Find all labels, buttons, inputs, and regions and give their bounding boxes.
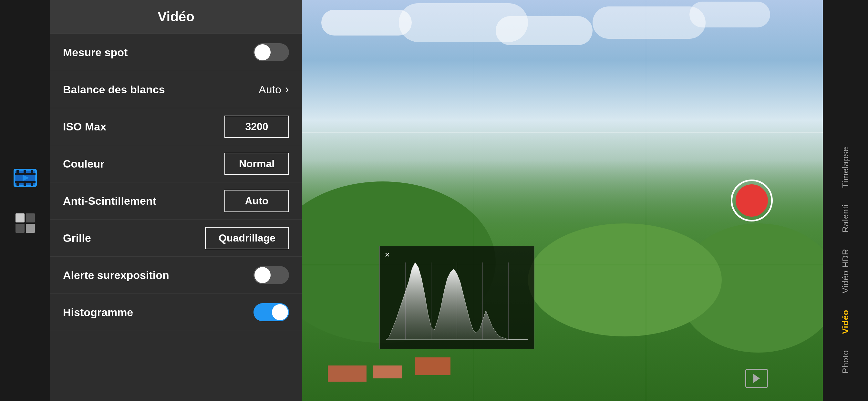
- balance-blancs-row: Balance des blancs Auto ›: [50, 71, 302, 108]
- iso-max-button[interactable]: 3200: [224, 116, 289, 138]
- svg-rect-1: [15, 174, 35, 175]
- svg-marker-15: [386, 263, 528, 339]
- grille-label: Grille: [63, 232, 91, 244]
- mode-item-photo[interactable]: Photo: [841, 342, 850, 382]
- balance-blancs-value[interactable]: Auto ›: [259, 83, 289, 96]
- mesure-spot-label: Mesure spot: [63, 46, 128, 59]
- histogramme-value: [253, 303, 289, 321]
- anti-scintillement-button[interactable]: Auto: [224, 190, 289, 212]
- right-mode-bar: Timelapse Ralenti Vidéo HDR Vidéo Photo: [823, 0, 868, 401]
- anti-scintillement-label: Anti-Scintillement: [63, 195, 156, 207]
- anti-scintillement-row: Anti-Scintillement Auto: [50, 182, 302, 220]
- mesure-spot-toggle[interactable]: [253, 43, 289, 61]
- histogram-chart: [380, 246, 534, 349]
- svg-rect-3: [17, 170, 19, 174]
- svg-rect-8: [31, 182, 33, 186]
- rooftop-3: [415, 358, 451, 375]
- cloud-3: [496, 16, 593, 45]
- mode-list: Timelapse Ralenti Vidéo HDR Vidéo Photo: [841, 10, 850, 391]
- svg-rect-6: [17, 182, 19, 186]
- balance-blancs-label: Balance des blancs: [63, 83, 165, 96]
- alerte-surexposition-row: Alerte surexposition: [50, 257, 302, 294]
- mode-item-timelapse[interactable]: Timelapse: [841, 138, 850, 196]
- alerte-surexposition-value: [253, 266, 289, 284]
- cloud-4: [593, 6, 706, 39]
- couleur-button[interactable]: Normal: [224, 153, 289, 175]
- mesure-spot-toggle-knob: [254, 44, 271, 60]
- mesure-spot-row: Mesure spot: [50, 34, 302, 71]
- mode-item-video-hdr[interactable]: Vidéo HDR: [841, 241, 850, 302]
- cloud-1: [321, 10, 412, 35]
- cloud-5: [689, 2, 770, 27]
- mesure-spot-value: [253, 43, 289, 61]
- record-button[interactable]: [731, 180, 773, 221]
- grille-row: Grille Quadrillage: [50, 220, 302, 257]
- couleur-row: Couleur Normal: [50, 145, 302, 182]
- camera-view: ×: [302, 0, 823, 401]
- play-icon: [753, 374, 760, 383]
- grid-icon: [16, 213, 35, 233]
- svg-rect-4: [24, 170, 26, 174]
- histogramme-row: Histogramme: [50, 294, 302, 331]
- svg-rect-2: [15, 181, 35, 182]
- histogramme-knob: [272, 304, 288, 320]
- grille-button[interactable]: Quadrillage: [205, 227, 289, 249]
- playback-button[interactable]: [745, 369, 768, 388]
- film-icon: [13, 169, 37, 187]
- record-inner: [736, 184, 768, 217]
- grid-mode-icon[interactable]: [12, 210, 38, 236]
- settings-title-text: Vidéo: [158, 9, 194, 24]
- settings-panel: Vidéo Mesure spot Balance des blancs Aut…: [50, 0, 302, 401]
- balance-blancs-arrow: ›: [285, 83, 289, 96]
- histogramme-toggle[interactable]: [253, 303, 289, 321]
- rooftop-2: [373, 366, 402, 378]
- mode-item-ralenti[interactable]: Ralenti: [841, 196, 850, 241]
- histogramme-label: Histogramme: [63, 306, 133, 319]
- settings-title-bar: Vidéo: [50, 0, 302, 34]
- svg-rect-5: [31, 170, 33, 174]
- left-sidebar: [0, 0, 50, 401]
- iso-max-label: ISO Max: [63, 120, 106, 133]
- histogram-overlay: ×: [379, 246, 534, 349]
- rooftop-1: [328, 366, 367, 382]
- mode-item-video[interactable]: Vidéo: [841, 302, 850, 342]
- couleur-label: Couleur: [63, 158, 104, 170]
- balance-blancs-text: Auto: [259, 83, 281, 96]
- film-mode-icon[interactable]: [12, 165, 38, 191]
- iso-max-row: ISO Max 3200: [50, 108, 302, 145]
- alerte-surexposition-label: Alerte surexposition: [63, 269, 169, 281]
- alerte-surexposition-knob: [254, 267, 271, 283]
- histogram-close-button[interactable]: ×: [384, 250, 390, 260]
- hill-center: [528, 223, 722, 336]
- alerte-surexposition-toggle[interactable]: [253, 266, 289, 284]
- svg-rect-7: [24, 182, 26, 186]
